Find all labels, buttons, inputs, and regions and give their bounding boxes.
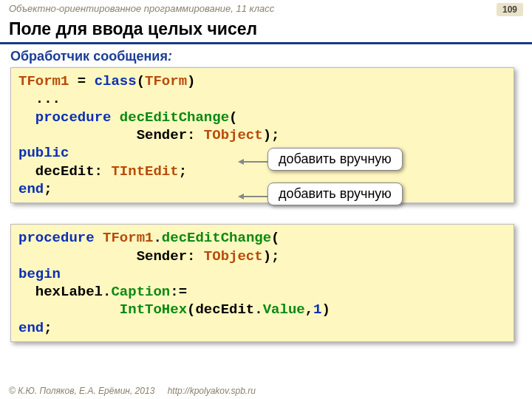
code-text bbox=[18, 301, 120, 318]
code-text: ( bbox=[229, 109, 237, 126]
code-text: TForm1 bbox=[18, 73, 69, 89]
code-text: decEditChange bbox=[162, 230, 271, 246]
code-text: IntToHex bbox=[120, 301, 187, 318]
callout-arrow bbox=[235, 194, 267, 200]
footer-url: http://kpolyakov.spb.ru bbox=[168, 386, 256, 396]
code-text: end bbox=[18, 181, 44, 197]
code-text: ) bbox=[322, 301, 330, 318]
code-text: TObject bbox=[204, 127, 263, 143]
code-text: Sender: bbox=[18, 248, 204, 265]
code-text bbox=[95, 230, 103, 246]
code-text: procedure bbox=[18, 230, 95, 246]
callout-add-manually-2: добавить вручную bbox=[267, 183, 403, 205]
topbar: Объектно-ориентированное программировани… bbox=[0, 0, 532, 18]
code-text: public bbox=[18, 145, 69, 161]
code-text: ); bbox=[263, 248, 280, 265]
footer: © К.Ю. Поляков, Е.А. Ерёмин, 2013 http:/… bbox=[9, 386, 256, 396]
code-text: decEditChange bbox=[120, 109, 229, 126]
code-text: ); bbox=[263, 127, 280, 143]
code-text: (decEdit. bbox=[187, 301, 263, 318]
code-text: ; bbox=[179, 163, 187, 180]
code-text: ; bbox=[44, 181, 52, 197]
code-text: . bbox=[153, 230, 161, 246]
content: Обработчик сообщения: TForm1 = class(TFo… bbox=[0, 44, 532, 342]
code-text: TIntEdit bbox=[111, 163, 178, 180]
code-text: 1 bbox=[313, 301, 321, 318]
code-text: = bbox=[69, 73, 94, 89]
code-text: ) bbox=[187, 73, 195, 89]
code-text: class bbox=[95, 73, 137, 89]
code-text: decEdit: bbox=[18, 163, 111, 180]
code-text: Caption bbox=[111, 284, 170, 300]
code-text: Value bbox=[263, 301, 305, 318]
code-text: TForm bbox=[145, 73, 187, 89]
code-text: TObject bbox=[204, 248, 263, 265]
code-text: ( bbox=[271, 230, 279, 246]
code-block-implementation: procedure TForm1.decEditChange( Sender: … bbox=[10, 224, 514, 342]
code-text: := bbox=[170, 284, 187, 300]
code-text bbox=[18, 109, 35, 126]
code-text: ( bbox=[137, 73, 145, 89]
code-text: hexLabel. bbox=[18, 284, 111, 300]
section-subtitle: Обработчик сообщения: bbox=[10, 49, 523, 64]
code-block-declaration: TForm1 = class(TForm) ... procedure decE… bbox=[10, 67, 514, 203]
subtitle-colon: : bbox=[168, 49, 172, 64]
course-label: Объектно-ориентированное программировани… bbox=[9, 3, 274, 14]
code-text bbox=[111, 109, 119, 126]
code-text: procedure bbox=[35, 109, 112, 126]
code-text: Sender: bbox=[18, 127, 204, 143]
copyright: © К.Ю. Поляков, Е.А. Ерёмин, 2013 bbox=[9, 386, 154, 396]
code-text: , bbox=[305, 301, 313, 318]
code-text: TForm1 bbox=[103, 230, 153, 246]
code-text: end bbox=[18, 320, 44, 336]
code-text: begin bbox=[18, 266, 61, 282]
callout-add-manually-1: добавить вручную bbox=[267, 148, 403, 171]
callout-arrow bbox=[235, 159, 267, 165]
code-text: ... bbox=[18, 91, 61, 107]
subtitle-text: Обработчик сообщения bbox=[10, 49, 168, 64]
code-text: ; bbox=[44, 320, 52, 336]
page-number: 109 bbox=[497, 3, 523, 16]
page-title: Поле для ввода целых чисел bbox=[0, 18, 532, 44]
